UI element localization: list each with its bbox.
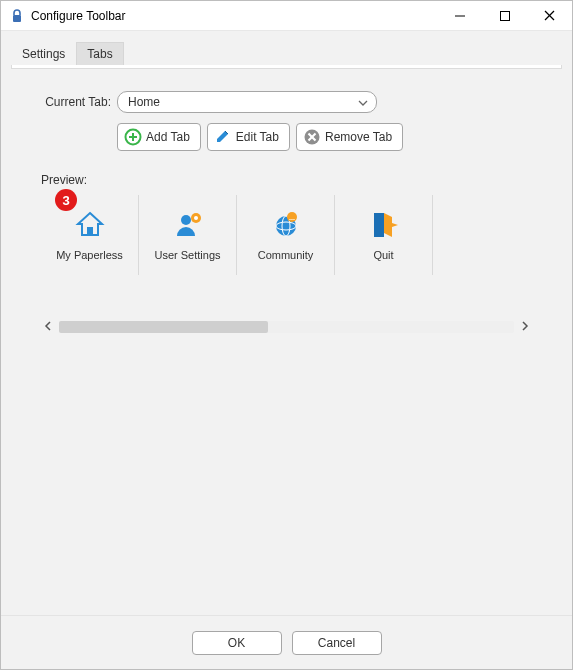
cancel-button[interactable]: Cancel [292, 631, 382, 655]
svg-point-15 [194, 216, 198, 220]
add-tab-label: Add Tab [146, 130, 190, 144]
lock-icon [9, 8, 25, 24]
svg-point-13 [181, 215, 191, 225]
add-tab-button[interactable]: Add Tab [117, 123, 201, 151]
preview-item-my-paperless[interactable]: 3 My Paperless [41, 195, 139, 275]
svg-marker-22 [384, 213, 392, 237]
current-tab-label: Current Tab: [41, 95, 111, 109]
preview-item-quit[interactable]: Quit [335, 195, 433, 275]
tab-tabs[interactable]: Tabs [76, 42, 123, 65]
current-tab-select[interactable]: Home [117, 91, 377, 113]
pencil-icon [214, 128, 232, 146]
preview-label: Preview: [41, 173, 562, 187]
titlebar: Configure Toolbar [1, 1, 572, 31]
dialog-body: Settings Tabs Current Tab: Home Add Tab … [1, 31, 572, 615]
preview-area: 3 My Paperless User Settings ... Communi… [41, 195, 562, 275]
scrollbar-track[interactable] [59, 321, 514, 333]
scrollbar-thumb[interactable] [59, 321, 268, 333]
plus-circle-icon [124, 128, 142, 146]
preview-item-label: My Paperless [56, 249, 123, 261]
scroll-left-icon[interactable] [41, 321, 55, 333]
preview-item-user-settings[interactable]: User Settings [139, 195, 237, 275]
globe-icon: ... [270, 209, 302, 241]
chevron-down-icon [358, 95, 368, 109]
tab-settings[interactable]: Settings [11, 42, 76, 65]
preview-item-label: User Settings [154, 249, 220, 261]
notification-badge: 3 [55, 189, 77, 211]
edit-tab-label: Edit Tab [236, 130, 279, 144]
svg-text:...: ... [289, 214, 295, 221]
preview-item-community[interactable]: ... Community [237, 195, 335, 275]
maximize-button[interactable] [482, 1, 527, 30]
dialog-footer: OK Cancel [1, 615, 572, 669]
tab-divider [11, 65, 562, 69]
svg-rect-2 [500, 11, 509, 20]
svg-rect-0 [13, 15, 21, 22]
window-title: Configure Toolbar [31, 9, 126, 23]
remove-tab-label: Remove Tab [325, 130, 392, 144]
svg-rect-21 [374, 213, 384, 237]
svg-marker-23 [392, 223, 398, 227]
home-icon [74, 209, 106, 241]
tab-strip: Settings Tabs [11, 41, 562, 65]
current-tab-value: Home [128, 95, 160, 109]
preview-item-label: Community [258, 249, 314, 261]
preview-empty-slot [433, 195, 531, 275]
x-circle-icon [303, 128, 321, 146]
close-button[interactable] [527, 1, 572, 30]
ok-button[interactable]: OK [192, 631, 282, 655]
scroll-right-icon[interactable] [518, 321, 532, 333]
svg-rect-12 [87, 227, 93, 235]
user-gear-icon [172, 209, 204, 241]
minimize-button[interactable] [437, 1, 482, 30]
horizontal-scrollbar[interactable] [41, 319, 532, 335]
preview-item-label: Quit [373, 249, 393, 261]
remove-tab-button[interactable]: Remove Tab [296, 123, 403, 151]
exit-icon [368, 209, 400, 241]
edit-tab-button[interactable]: Edit Tab [207, 123, 290, 151]
